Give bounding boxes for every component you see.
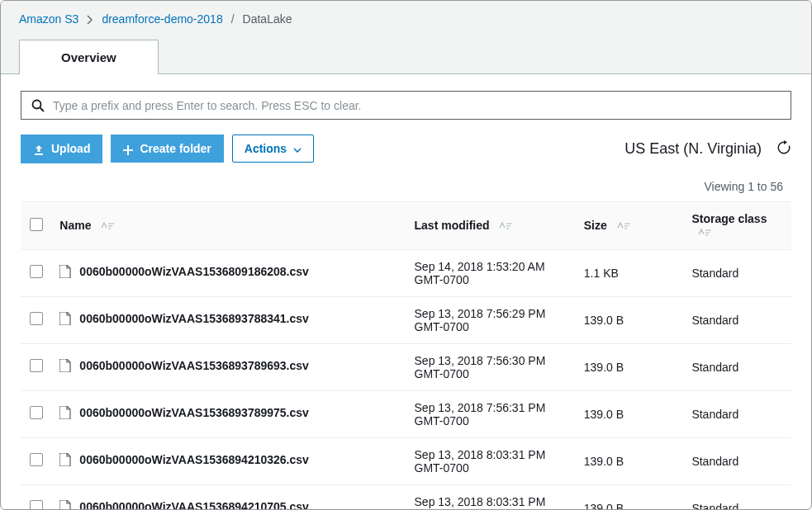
row-storage-cell: Standard	[683, 484, 791, 510]
select-all-header[interactable]	[21, 201, 51, 249]
region-label: US East (N. Virginia)	[624, 140, 762, 158]
table-row[interactable]: 0060b00000oWizVAAS1536809186208.csvSep 1…	[21, 249, 791, 296]
refresh-icon[interactable]	[776, 140, 791, 158]
select-all-checkbox[interactable]	[30, 218, 43, 231]
upload-button[interactable]: Upload	[21, 135, 102, 163]
row-checkbox-cell[interactable]	[21, 390, 51, 437]
search-input[interactable]	[53, 99, 781, 112]
row-modified-cell: Sep 14, 2018 1:53:20 AM GMT-0700	[406, 249, 576, 296]
file-name: 0060b00000oWizVAAS1536894210705.csv	[79, 501, 308, 510]
sort-icon	[497, 220, 512, 233]
content: Upload Create folder Actions US East (N.…	[1, 74, 811, 510]
search-bar[interactable]	[21, 91, 791, 120]
row-checkbox[interactable]	[30, 359, 43, 372]
table-row[interactable]: 0060b00000oWizVAAS1536894210326.csvSep 1…	[21, 437, 791, 484]
svg-line-1	[40, 108, 45, 112]
table-row[interactable]: 0060b00000oWizVAAS1536893788341.csvSep 1…	[21, 296, 791, 343]
file-icon	[59, 312, 71, 328]
row-checkbox-cell[interactable]	[21, 484, 51, 510]
breadcrumb-separator: /	[231, 12, 235, 26]
header: Amazon S3 dreamforce-demo-2018 / DataLak…	[1, 1, 811, 74]
row-checkbox-cell[interactable]	[21, 296, 51, 343]
file-icon	[59, 359, 71, 375]
column-size-label: Size	[584, 219, 607, 232]
create-folder-label: Create folder	[140, 142, 211, 155]
file-name: 0060b00000oWizVAAS1536893789693.csv	[79, 360, 308, 373]
file-name: 0060b00000oWizVAAS1536893788341.csv	[79, 313, 308, 326]
plus-icon	[123, 142, 133, 155]
row-checkbox[interactable]	[30, 500, 43, 510]
row-size-cell: 139.0 B	[576, 437, 684, 484]
column-header-name[interactable]: Name	[51, 201, 406, 249]
file-name: 0060b00000oWizVAAS1536894210326.csv	[79, 454, 308, 467]
column-modified-label: Last modified	[415, 219, 490, 232]
toolbar: Upload Create folder Actions US East (N.…	[21, 135, 791, 163]
row-name-cell[interactable]: 0060b00000oWizVAAS1536893789693.csv	[51, 343, 406, 390]
row-storage-cell: Standard	[683, 343, 791, 390]
row-name-cell[interactable]: 0060b00000oWizVAAS1536893788341.csv	[51, 296, 406, 343]
table-row[interactable]: 0060b00000oWizVAAS1536893789975.csvSep 1…	[21, 390, 791, 437]
row-size-cell: 139.0 B	[576, 390, 684, 437]
tabs: Overview	[19, 39, 793, 73]
chevron-down-icon	[293, 142, 302, 155]
tab-overview[interactable]: Overview	[19, 40, 159, 74]
file-icon	[59, 453, 71, 469]
chevron-right-icon	[87, 12, 93, 26]
row-name-cell[interactable]: 0060b00000oWizVAAS1536893789975.csv	[51, 390, 406, 437]
upload-label: Upload	[51, 142, 90, 155]
row-storage-cell: Standard	[683, 296, 791, 343]
row-modified-cell: Sep 13, 2018 7:56:31 PM GMT-0700	[406, 390, 576, 437]
row-checkbox[interactable]	[30, 265, 43, 278]
pagination-info: Viewing 1 to 56	[21, 180, 791, 201]
row-modified-cell: Sep 13, 2018 8:03:31 PM GMT-0700	[406, 484, 576, 510]
breadcrumb: Amazon S3 dreamforce-demo-2018 / DataLak…	[19, 12, 793, 39]
create-folder-button[interactable]: Create folder	[111, 135, 223, 163]
table-row[interactable]: 0060b00000oWizVAAS1536894210705.csvSep 1…	[21, 484, 791, 510]
sort-icon	[99, 220, 114, 233]
actions-dropdown[interactable]: Actions	[232, 135, 314, 163]
file-icon	[59, 265, 71, 281]
row-name-cell[interactable]: 0060b00000oWizVAAS1536809186208.csv	[51, 249, 406, 296]
row-storage-cell: Standard	[683, 437, 791, 484]
column-name-label: Name	[59, 219, 91, 232]
svg-point-0	[33, 101, 41, 109]
column-storage-label: Storage class	[691, 212, 767, 225]
row-name-cell[interactable]: 0060b00000oWizVAAS1536894210326.csv	[51, 437, 406, 484]
row-size-cell: 139.0 B	[576, 296, 684, 343]
breadcrumb-current: DataLake	[243, 12, 292, 26]
breadcrumb-root-link[interactable]: Amazon S3	[19, 12, 78, 26]
file-icon	[59, 500, 71, 510]
sort-icon	[615, 220, 630, 233]
row-storage-cell: Standard	[683, 249, 791, 296]
row-checkbox-cell[interactable]	[21, 249, 51, 296]
table-row[interactable]: 0060b00000oWizVAAS1536893789693.csvSep 1…	[21, 343, 791, 390]
row-size-cell: 139.0 B	[576, 343, 684, 390]
object-table: Name Last modified Size	[21, 201, 791, 510]
row-modified-cell: Sep 13, 2018 7:56:29 PM GMT-0700	[406, 296, 576, 343]
file-name: 0060b00000oWizVAAS1536809186208.csv	[79, 266, 308, 279]
row-name-cell[interactable]: 0060b00000oWizVAAS1536894210705.csv	[51, 484, 406, 510]
row-checkbox[interactable]	[30, 406, 43, 419]
column-header-size[interactable]: Size	[576, 201, 684, 249]
row-checkbox[interactable]	[30, 312, 43, 325]
breadcrumb-bucket-link[interactable]: dreamforce-demo-2018	[102, 12, 222, 26]
row-size-cell: 1.1 KB	[576, 249, 684, 296]
sort-icon	[696, 226, 711, 239]
file-name: 0060b00000oWizVAAS1536893789975.csv	[79, 407, 308, 420]
row-size-cell: 139.0 B	[576, 484, 684, 510]
upload-icon	[33, 142, 45, 155]
row-checkbox[interactable]	[30, 453, 43, 466]
row-checkbox-cell[interactable]	[21, 343, 51, 390]
row-checkbox-cell[interactable]	[21, 437, 51, 484]
search-icon	[31, 98, 45, 112]
actions-label: Actions	[245, 142, 287, 155]
row-modified-cell: Sep 13, 2018 7:56:30 PM GMT-0700	[406, 343, 576, 390]
file-icon	[59, 406, 71, 422]
column-header-modified[interactable]: Last modified	[406, 201, 576, 249]
column-header-storage[interactable]: Storage class	[683, 201, 791, 249]
row-modified-cell: Sep 13, 2018 8:03:31 PM GMT-0700	[406, 437, 576, 484]
row-storage-cell: Standard	[683, 390, 791, 437]
